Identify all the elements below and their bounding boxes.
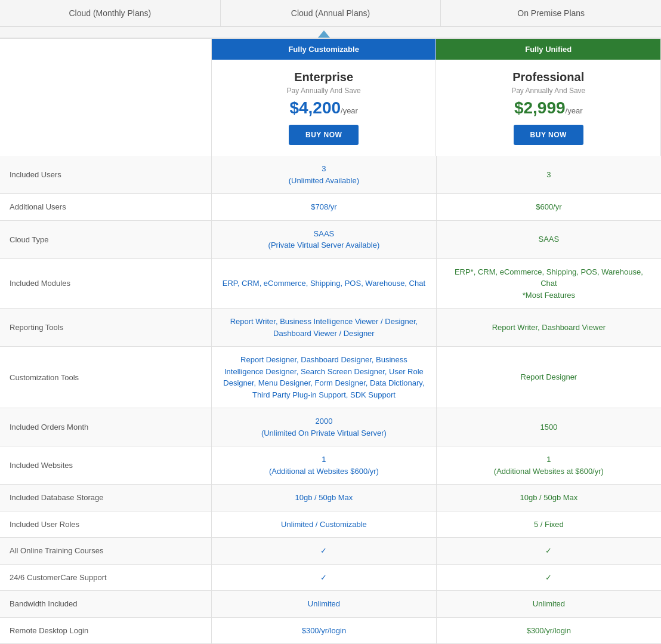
feature-row: Remote Desktop Login$300/yr/login$300/yr…: [0, 617, 661, 644]
professional-feature-value: 5 / Fixed: [436, 511, 661, 538]
feature-row: Included Users3(Unlimited Available)3: [0, 156, 661, 194]
enterprise-buy-button[interactable]: BUY NOW: [289, 125, 359, 145]
professional-feature-value: 10gb / 50gb Max: [436, 485, 661, 511]
feature-row: Additional Users$708/yr$600/yr: [0, 194, 661, 221]
enterprise-feature-value: SAAS(Private Virtual Server Available): [212, 220, 437, 258]
enterprise-feature-value: Unlimited: [212, 591, 437, 618]
feature-label: Reporting Tools: [0, 309, 212, 347]
feature-label: Included User Roles: [0, 511, 212, 538]
professional-feature-value: $600/yr: [436, 194, 661, 221]
feature-row: All Online Training Courses✓✓: [0, 538, 661, 565]
enterprise-feature-value: 3(Unlimited Available): [212, 156, 437, 194]
enterprise-feature-value: ✓: [212, 538, 437, 565]
professional-feature-value: Unlimited: [436, 591, 661, 618]
feature-label: Remote Desktop Login: [0, 617, 212, 644]
professional-feature-value: $300/yr/login: [436, 617, 661, 644]
nav-premise[interactable]: On Premise Plans: [441, 0, 661, 26]
professional-feature-value: 3: [436, 156, 661, 194]
enterprise-feature-value: Unlimited / Customizable: [212, 511, 437, 538]
professional-feature-value: ✓: [436, 538, 661, 565]
plan-badge-row: Fully Customizable Fully Unified: [0, 39, 661, 60]
enterprise-feature-value: Report Designer, Dashboard Designer, Bus…: [212, 347, 437, 408]
enterprise-feature-value: ✓: [212, 564, 437, 591]
feature-row: Bandwidth IncludedUnlimitedUnlimited: [0, 591, 661, 618]
feature-label: Included Users: [0, 156, 212, 194]
active-tab-indicator: [318, 30, 330, 38]
feature-row: Included User RolesUnlimited / Customiza…: [0, 511, 661, 538]
enterprise-feature-value: 2000(Unlimited On Private Virtual Server…: [212, 408, 437, 446]
professional-badge: Fully Unified: [436, 39, 660, 60]
plan-details-row: Enterprise Pay Annually And Save $4,200/…: [0, 60, 661, 156]
professional-feature-value: ✓: [436, 564, 661, 591]
enterprise-feature-value: Report Writer, Business Intelligence Vie…: [212, 309, 437, 347]
feature-label: Customization Tools: [0, 347, 212, 408]
feature-row: Customization ToolsReport Designer, Dash…: [0, 347, 661, 408]
feature-label: Included Orders Month: [0, 408, 212, 446]
feature-label: 24/6 CustomerCare Support: [0, 564, 212, 591]
feature-row: Included Database Storage10gb / 50gb Max…: [0, 485, 661, 511]
professional-feature-value: 1500: [436, 408, 661, 446]
professional-plan-subtitle: Pay Annually And Save: [442, 87, 654, 95]
professional-feature-value: 1(Additional Websites at $600/yr): [436, 446, 661, 485]
feature-label: Included Modules: [0, 258, 212, 309]
feature-label: Additional Users: [0, 194, 212, 221]
plan-type-nav: Cloud (Monthly Plans) Cloud (Annual Plan…: [0, 0, 661, 27]
feature-row: 24/6 CustomerCare Support✓✓: [0, 564, 661, 591]
nav-monthly[interactable]: Cloud (Monthly Plans): [0, 0, 221, 26]
enterprise-feature-value: 1(Additional at Websites $600/yr): [212, 446, 437, 485]
professional-feature-value: ERP*, CRM, eCommerce, Shipping, POS, War…: [436, 258, 661, 309]
enterprise-badge: Fully Customizable: [212, 39, 436, 60]
enterprise-feature-value: $708/yr: [212, 194, 437, 221]
feature-label: Cloud Type: [0, 220, 212, 258]
feature-row: Cloud TypeSAAS(Private Virtual Server Av…: [0, 220, 661, 258]
professional-feature-value: SAAS: [436, 220, 661, 258]
professional-plan-name: Professional: [442, 70, 654, 84]
enterprise-feature-value: 10gb / 50gb Max: [212, 485, 437, 511]
feature-row: Included ModulesERP, CRM, eCommerce, Shi…: [0, 258, 661, 309]
feature-row: Included Orders Month2000(Unlimited On P…: [0, 408, 661, 446]
professional-plan-price: $2,999/year: [442, 98, 654, 118]
enterprise-plan-name: Enterprise: [218, 70, 430, 84]
enterprise-plan-price: $4,200/year: [218, 98, 430, 118]
feature-label: Included Database Storage: [0, 485, 212, 511]
feature-label: Included Websites: [0, 446, 212, 485]
pricing-table: Fully Customizable Fully Unified Enterpr…: [0, 39, 661, 156]
enterprise-plan-subtitle: Pay Annually And Save: [218, 87, 430, 95]
professional-plan-cell: Professional Pay Annually And Save $2,99…: [436, 60, 661, 156]
feature-row: Reporting ToolsReport Writer, Business I…: [0, 309, 661, 347]
nav-annual[interactable]: Cloud (Annual Plans): [221, 0, 441, 26]
feature-label: Bandwidth Included: [0, 591, 212, 618]
professional-feature-value: Report Writer, Dashboard Viewer: [436, 309, 661, 347]
feature-comparison-table: Included Users3(Unlimited Available)3Add…: [0, 156, 661, 644]
enterprise-plan-cell: Enterprise Pay Annually And Save $4,200/…: [211, 60, 436, 156]
enterprise-feature-value: $300/yr/login: [212, 617, 437, 644]
professional-feature-value: Report Designer: [436, 347, 661, 408]
professional-buy-button[interactable]: BUY NOW: [514, 125, 583, 145]
feature-row: Included Websites1(Additional at Website…: [0, 446, 661, 485]
feature-label: All Online Training Courses: [0, 538, 212, 565]
enterprise-feature-value: ERP, CRM, eCommerce, Shipping, POS, Ware…: [212, 258, 437, 309]
